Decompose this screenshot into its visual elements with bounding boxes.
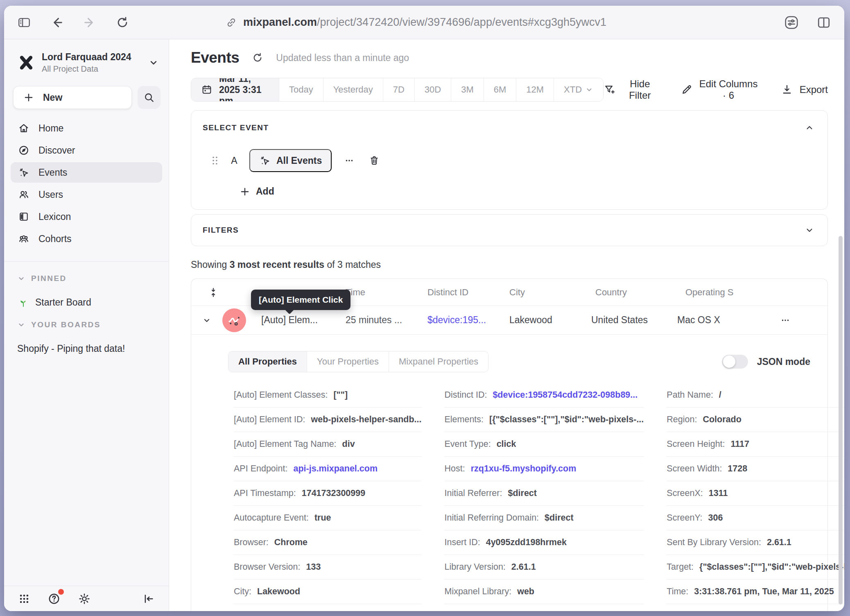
events-cursor-icon: [18, 167, 29, 178]
range-button[interactable]: 30D: [414, 78, 451, 101]
property-value: web-pixels-helper-sandb...: [311, 414, 421, 425]
column-header[interactable]: Time: [346, 287, 427, 298]
url-bar[interactable]: mixpanel.com/project/3472420/view/397469…: [225, 6, 623, 39]
sidebar-item-home[interactable]: Home: [11, 118, 162, 138]
forward-button[interactable]: [81, 14, 98, 31]
sidebar-item-discover[interactable]: Discover: [11, 140, 162, 161]
workspace-switcher[interactable]: Lord Farquaad 2024 All Project Data: [4, 39, 169, 74]
range-button[interactable]: 12M: [516, 78, 554, 101]
property-value: [{"$classes":[""],"$id":"web-pixels-...: [489, 414, 644, 425]
property-value: 2.61.1: [511, 562, 536, 572]
range-button[interactable]: Yesterday: [323, 78, 383, 101]
cell-distinct-id[interactable]: $device:195...: [427, 315, 486, 325]
sidebar-item-starter-board[interactable]: Starter Board: [4, 297, 169, 308]
range-button[interactable]: 3M: [451, 78, 484, 101]
sidebar-item-shopify-board[interactable]: Shopify - Piping that data!: [4, 343, 169, 354]
sidebar: Lord Farquaad 2024 All Project Data New: [4, 39, 169, 611]
property-value: /: [719, 390, 721, 400]
help-button[interactable]: [46, 591, 62, 607]
new-button[interactable]: New: [13, 86, 132, 109]
property-value: click: [497, 439, 516, 449]
collapse-rows-button[interactable]: [206, 285, 221, 300]
tab-all-properties[interactable]: All Properties: [228, 351, 307, 372]
date-picker-button[interactable]: Mar 11, 2025 3:31 pm: [191, 78, 279, 101]
property-value[interactable]: rzq1xu-f5.myshopify.com: [471, 464, 576, 474]
reload-icon: [115, 16, 129, 29]
column-header[interactable]: City: [509, 287, 595, 298]
property-row: Mixpanel Library: web: [444, 580, 644, 604]
sidebar-item-events[interactable]: Events: [11, 162, 162, 183]
search-icon: [143, 92, 155, 103]
chevron-down-icon: [17, 274, 25, 283]
split-view-button[interactable]: [815, 14, 833, 32]
sidebar-item-label: Users: [38, 189, 63, 200]
filters-title: FILTERS: [199, 226, 239, 235]
range-button[interactable]: Today: [279, 78, 323, 101]
apps-grid-button[interactable]: [16, 591, 32, 607]
back-button[interactable]: [48, 14, 66, 31]
sidebar-item-cohorts[interactable]: Cohorts: [11, 229, 162, 249]
property-label: Distinct ID:: [444, 390, 487, 400]
column-header[interactable]: Country: [595, 287, 685, 298]
collapse-panel-button[interactable]: [803, 121, 816, 134]
lexicon-icon: [18, 211, 29, 222]
browser-sidebar-toggle-button[interactable]: [16, 14, 33, 31]
property-label: Event Type:: [444, 439, 491, 449]
tab-your-properties[interactable]: Your Properties: [307, 351, 389, 372]
range-button[interactable]: 7D: [383, 78, 414, 101]
event-selector[interactable]: All Events: [249, 149, 332, 172]
vertical-scrollbar[interactable]: [839, 236, 843, 605]
sidebar-item-users[interactable]: Users: [11, 184, 162, 205]
hide-filter-label: Hide Filter: [622, 78, 657, 101]
add-event-button[interactable]: Add: [240, 186, 274, 197]
page-title: Events: [191, 49, 239, 66]
reload-button[interactable]: [114, 14, 131, 31]
expand-filters-button[interactable]: [803, 224, 816, 237]
plus-icon: [240, 186, 250, 197]
browser-tune-button[interactable]: [782, 13, 801, 32]
refresh-button[interactable]: [250, 50, 265, 66]
property-value[interactable]: api-js.mixpanel.com: [293, 464, 378, 474]
edit-columns-label: Edit Columns · 6: [699, 78, 758, 101]
property-value: {"$classes":[""],"$id":"web-pixels-hel..…: [699, 562, 844, 572]
property-label: ScreenX:: [667, 488, 703, 498]
url-host: mixpanel.com: [243, 16, 317, 28]
property-value[interactable]: $device:1958754cdd7232-098b89...: [493, 390, 638, 400]
column-header[interactable]: Distinct ID: [427, 287, 509, 298]
json-mode-toggle[interactable]: [722, 355, 748, 369]
board-label: Starter Board: [35, 297, 91, 308]
forward-icon: [83, 16, 97, 29]
sidebar-item-lexicon[interactable]: Lexicon: [11, 206, 162, 227]
range-button[interactable]: 6M: [484, 78, 516, 101]
range-button-xtd[interactable]: XTD: [554, 78, 603, 101]
property-label: API Endpoint:: [234, 464, 287, 474]
refresh-icon: [251, 52, 264, 64]
search-button[interactable]: [138, 86, 161, 109]
property-value: web: [517, 587, 534, 597]
sidebar-item-label: Lexicon: [38, 211, 71, 222]
collapse-sidebar-button[interactable]: [141, 591, 156, 607]
pinned-section-header[interactable]: PINNED: [4, 274, 169, 283]
property-row: Target: {"$classes":[""],"$id":"web-pixe…: [667, 555, 844, 580]
row-more-button[interactable]: [780, 315, 827, 326]
tab-mixpanel-properties[interactable]: Mixpanel Properties: [389, 351, 488, 372]
settings-button[interactable]: [76, 591, 93, 607]
delete-event-button[interactable]: [367, 153, 382, 168]
property-row: City: Lakewood: [234, 580, 421, 604]
row-expand-chevron-icon[interactable]: [202, 315, 212, 325]
grid-icon: [18, 593, 30, 605]
chevron-down-icon: [17, 321, 25, 329]
edit-columns-button[interactable]: Edit Columns · 6: [680, 78, 758, 101]
properties-column: Distinct ID: $device:1958754cdd7232-098b…: [444, 383, 644, 611]
property-row: Host: rzq1xu-f5.myshopify.com: [444, 457, 644, 481]
export-button[interactable]: Export: [781, 84, 828, 96]
your-boards-section-header[interactable]: YOUR BOARDS: [4, 320, 169, 329]
drag-handle-icon[interactable]: [211, 155, 219, 166]
hide-filter-button[interactable]: Hide Filter: [604, 78, 657, 101]
browser-window: mixpanel.com/project/3472420/view/397469…: [4, 6, 844, 611]
event-more-button[interactable]: [342, 154, 356, 168]
property-label: Region:: [667, 414, 697, 425]
notification-dot: [58, 589, 64, 595]
column-header[interactable]: Operating S: [685, 287, 733, 298]
property-row: Event Type: click: [444, 432, 644, 457]
